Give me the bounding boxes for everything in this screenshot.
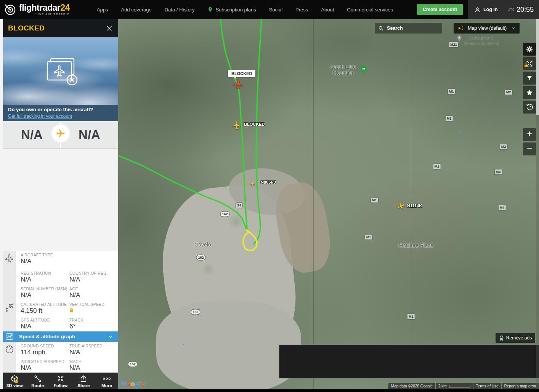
route-icon	[34, 374, 42, 383]
road-shield: M1	[365, 234, 373, 240]
report-map-error-link[interactable]: Report a map error	[502, 383, 539, 389]
map-canvas[interactable]: Leech Lake Mountain Covelo McClure Place…	[118, 19, 539, 389]
menu-data-history[interactable]: Data / History	[158, 0, 201, 19]
flight-track-layer	[118, 19, 539, 389]
panel-header: BLOCKED	[3, 19, 118, 37]
place-label-covelo: Covelo	[194, 242, 211, 248]
place-label-campground: Campground Temporarily closed	[464, 35, 499, 46]
speed-icon-column	[3, 342, 16, 373]
aircraft-icon-n805pj[interactable]	[250, 181, 255, 188]
navbar-right-panel: Log in UTC 20:55	[468, 0, 539, 19]
road-shield: M21	[449, 42, 459, 48]
owner-banner: Do you own or operate this aircraft? Get…	[3, 105, 118, 121]
owner-question: Do you own or operate this aircraft?	[8, 107, 113, 112]
route-plane-icon	[52, 125, 69, 142]
menu-add-coverage[interactable]: Add coverage	[114, 0, 158, 19]
map-data-credit: Map data ©2020 Google	[388, 383, 435, 389]
road-shield: M1	[448, 89, 456, 94]
selected-aircraft-tooltip[interactable]: BLOCKED	[228, 70, 255, 77]
top-navbar: flightradar24 LIVE AIR TRAFFIC Apps Add …	[0, 0, 539, 19]
playback-history-button[interactable]	[523, 101, 536, 114]
callsign-title: BLOCKED	[8, 24, 45, 32]
speed-details: GROUND SPEED 114 mph TRUE AIRSPEED N/A	[3, 342, 118, 373]
coverage-antenna-icon	[457, 25, 465, 31]
aircraft-icon-n1114k[interactable]	[397, 202, 405, 212]
road-shield: M1	[433, 164, 441, 170]
road-shield: M2	[505, 90, 513, 95]
zoom-controls: + −	[523, 128, 536, 157]
close-icon[interactable]	[106, 24, 113, 32]
remove-ads-button[interactable]: Remove ads	[496, 333, 535, 343]
road-shield: 162	[128, 362, 137, 367]
mountain-marker-icon[interactable]	[360, 65, 367, 76]
menu-press[interactable]: Press	[289, 0, 314, 19]
graph-icon	[3, 333, 16, 340]
google-watermark: Google	[121, 380, 145, 388]
search-input[interactable]: Search	[375, 23, 442, 34]
menu-subscription-plans[interactable]: Subscription plans	[201, 0, 262, 19]
page-scrollbar[interactable]	[536, 19, 539, 389]
selected-aircraft-icon[interactable]	[233, 79, 244, 91]
action-3d-view[interactable]: 3D view	[3, 373, 26, 389]
map-attribution: Map data ©2020 Google 2 km Terms of Use …	[388, 383, 539, 389]
gear-icon	[526, 45, 533, 53]
airplane-outline-icon	[5, 254, 14, 263]
star-icon	[526, 89, 533, 96]
menu-apps[interactable]: Apps	[90, 0, 115, 19]
location-pin-icon	[207, 6, 213, 13]
flightradar24-app: flightradar24 LIVE AIR TRAFFIC Apps Add …	[0, 0, 539, 392]
main-menu: Apps Add coverage Data / History Subscri…	[90, 0, 399, 19]
row-aircraft-type: AIRCRAFT TYPE N/A	[16, 251, 118, 266]
road-shield: M1	[371, 197, 379, 203]
menu-about[interactable]: About	[314, 0, 340, 19]
place-label-mcclure: McClure Place	[399, 242, 433, 248]
action-more[interactable]: More	[95, 373, 118, 389]
create-account-button[interactable]: Create account	[417, 4, 463, 15]
route-section: N/A N/A	[3, 121, 118, 149]
ad-slot[interactable]	[279, 345, 539, 378]
aircraft-icon-blocked2[interactable]	[232, 120, 242, 131]
chevron-down-icon	[511, 26, 516, 31]
background-photo-sliver	[0, 19, 3, 389]
row-calibrated-vertical: CALIBRATED ALTITUDE 4,150 ft VERTICAL SP…	[16, 300, 118, 316]
no-photo-icon	[42, 56, 80, 87]
action-follow[interactable]: Follow	[49, 373, 72, 389]
zoom-out-button[interactable]: −	[523, 142, 536, 155]
terms-of-use-link[interactable]: Terms of Use	[473, 383, 501, 389]
road-shield: M1	[445, 116, 453, 122]
altitude-icon-column	[3, 300, 16, 331]
scale-bar	[449, 385, 470, 387]
aircraft-panel: BLOCKED	[0, 19, 118, 389]
filters-button[interactable]	[523, 72, 536, 85]
locked-value-icon[interactable]	[69, 307, 118, 315]
menu-social[interactable]: Social	[263, 0, 289, 19]
map-scale: 2 km	[436, 383, 473, 389]
place-label-mountain: Leech Lake Mountain	[330, 64, 356, 77]
action-route[interactable]: Route	[26, 373, 49, 389]
brand-logo[interactable]: flightradar24 LIVE AIR TRAFFIC	[0, 3, 75, 16]
bookmarks-button[interactable]	[523, 86, 536, 99]
road-shield: M1	[407, 314, 415, 320]
settings-button[interactable]	[523, 43, 536, 56]
menu-commercial-services[interactable]: Commercial services	[340, 0, 399, 19]
scrollbar-thumb[interactable]	[536, 19, 539, 115]
aircraft-label-blocked2: BLOCKED	[244, 122, 265, 126]
speed-altitude-graph-toggle[interactable]: Speed & altitude graph	[3, 331, 118, 342]
speedometer-icon	[5, 345, 14, 354]
aircraft-icon-column	[3, 251, 16, 300]
fullscreen-button[interactable]	[523, 57, 536, 70]
login-button[interactable]: Log in	[474, 6, 498, 13]
filter-funnel-icon	[526, 75, 533, 82]
aircraft-label-n1114k: N1114K	[407, 203, 422, 208]
zoom-in-button[interactable]: +	[523, 128, 536, 141]
row-serial-age: SERIAL NUMBER (MSN) N/A AGE N/A	[16, 285, 118, 300]
share-icon	[79, 374, 88, 383]
row-indicated-mach: INDICATED AIRSPEED N/A MACH N/A	[16, 357, 118, 373]
road-shield: M4	[498, 205, 506, 211]
map-view-selector[interactable]: Map view (default)	[454, 23, 520, 34]
aircraft-label-n805pj: N805PJ	[261, 180, 276, 184]
panel-empty-area	[3, 149, 118, 251]
full-tracking-link[interactable]: Get full tracking in your account	[8, 114, 72, 119]
road-shield: M4	[494, 169, 502, 175]
action-share[interactable]: Share	[72, 373, 95, 389]
